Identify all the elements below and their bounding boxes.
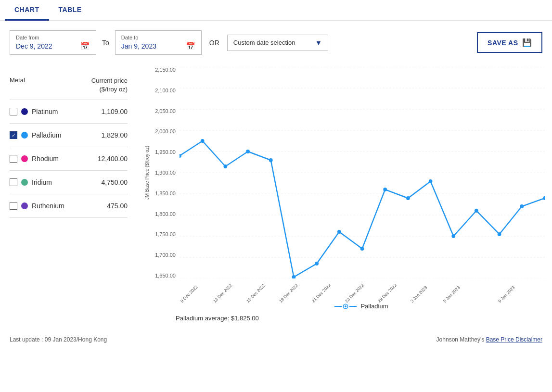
metal-left-rhodium: Rhodium (10, 155, 59, 163)
price-col-header: Current price ($/troy oz) (91, 76, 128, 94)
disclaimer-text: Johnson Matthey's Base Price Disclaimer (436, 336, 542, 343)
iridium-name: Iridium (32, 178, 52, 186)
platinum-name: Platinum (32, 108, 58, 115)
date-filter-row: Date from Dec 9, 2022 📅 To Date to Jan 9… (0, 21, 552, 62)
or-text: OR (209, 39, 219, 47)
rhodium-name: Rhodium (32, 155, 59, 163)
data-point (246, 150, 250, 153)
ruthenium-checkbox[interactable] (10, 202, 17, 210)
date-to-calendar-icon[interactable]: 📅 (186, 41, 195, 51)
metal-left-platinum: Platinum (10, 108, 58, 115)
date-to-value: Jan 9, 2023 (121, 42, 156, 50)
date-from-value: Dec 9, 2022 (16, 42, 52, 50)
chart-container: JM Base Price ($/troy oz) 2,150.00 2,100… (142, 67, 547, 298)
data-point (201, 139, 205, 143)
date-to-label: Date to (121, 35, 195, 40)
save-icon: 💾 (522, 38, 532, 47)
metal-col-header: Metal (10, 76, 25, 84)
ruthenium-dot (21, 202, 28, 209)
data-point (383, 188, 387, 191)
rhodium-checkbox[interactable] (10, 155, 17, 163)
to-text: To (102, 39, 109, 47)
line-chart-svg (180, 67, 545, 278)
data-point (406, 196, 410, 200)
date-from-label: Date from (16, 35, 90, 40)
palladium-price: 1,829.00 (102, 131, 128, 139)
y-axis: 2,150.00 2,100.00 2,050.00 2,000.00 1,95… (151, 67, 180, 278)
data-point (498, 232, 501, 236)
data-point (360, 247, 364, 251)
list-item: Palladium 1,829.00 (10, 124, 128, 147)
metals-panel: Metal Current price ($/troy oz) Platinum… (0, 67, 137, 329)
date-to-field[interactable]: Date to Jan 9, 2023 📅 (115, 30, 202, 55)
date-from-calendar-icon[interactable]: 📅 (80, 41, 90, 51)
save-as-button[interactable]: SAVE AS 💾 (477, 32, 542, 53)
ruthenium-name: Ruthenium (32, 202, 64, 210)
metals-header: Metal Current price ($/troy oz) (10, 72, 128, 100)
iridium-dot (21, 179, 28, 186)
iridium-price: 4,750.00 (102, 178, 128, 186)
chart-panel: JM Base Price ($/troy oz) 2,150.00 2,100… (137, 67, 552, 329)
data-point (337, 230, 341, 234)
data-point (223, 164, 227, 168)
metal-left-iridium: Iridium (10, 178, 52, 186)
tab-table[interactable]: TABLE (49, 0, 91, 21)
data-point (475, 209, 478, 213)
rhodium-dot (21, 155, 28, 162)
date-from-field[interactable]: Date from Dec 9, 2022 📅 (10, 30, 96, 55)
x-axis: 9 Dec 2022 13 Dec 2022 15 Dec 2022 19 De… (180, 278, 545, 298)
chart-svg-area (180, 67, 545, 278)
palladium-name: Palladium (32, 131, 61, 139)
iridium-checkbox[interactable] (10, 178, 17, 186)
metal-left-ruthenium: Ruthenium (10, 202, 64, 210)
data-point (315, 262, 319, 266)
tab-chart[interactable]: CHART (5, 0, 49, 21)
data-point (269, 158, 273, 162)
platinum-checkbox[interactable] (10, 108, 17, 115)
custom-date-select[interactable]: Custom date selection ▼ (227, 35, 328, 51)
platinum-price: 1,109.00 (102, 108, 128, 115)
tab-bar: CHART TABLE (0, 0, 552, 21)
data-point (451, 234, 455, 238)
disclaimer-link[interactable]: Base Price Disclaimer (486, 336, 542, 343)
list-item: Rhodium 12,400.00 (10, 147, 128, 171)
data-point (429, 179, 433, 183)
ruthenium-price: 475.00 (107, 202, 128, 210)
palladium-checkbox[interactable] (10, 131, 17, 139)
data-point (520, 204, 524, 208)
last-update-text: Last update : 09 Jan 2023/Hong Kong (10, 336, 107, 343)
y-axis-title: JM Base Price ($/troy oz) (144, 146, 150, 200)
custom-date-label: Custom date selection (233, 39, 295, 46)
content-area: Metal Current price ($/troy oz) Platinum… (0, 62, 552, 329)
palladium-dot (21, 132, 28, 139)
list-item: Iridium 4,750.00 (10, 171, 128, 194)
rhodium-price: 12,400.00 (98, 155, 128, 163)
palladium-line (180, 141, 545, 277)
platinum-dot (21, 108, 28, 115)
list-item: Platinum 1,109.00 (10, 100, 128, 124)
list-item: Ruthenium 475.00 (10, 194, 128, 218)
data-point (543, 196, 545, 200)
footer: Last update : 09 Jan 2023/Hong Kong John… (0, 329, 552, 350)
save-as-label: SAVE AS (488, 39, 518, 47)
metal-left-palladium: Palladium (10, 131, 61, 139)
chevron-down-icon: ▼ (315, 39, 322, 47)
